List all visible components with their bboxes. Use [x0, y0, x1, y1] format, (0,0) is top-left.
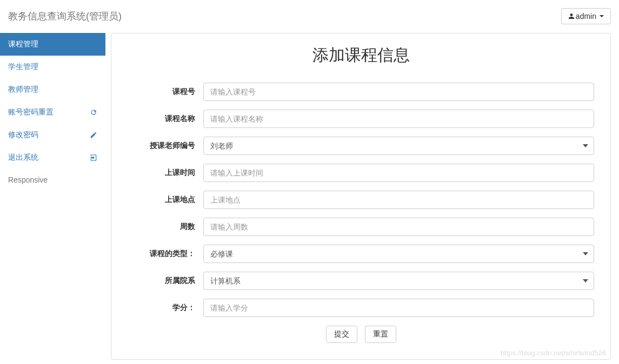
- sidebar-item-change-password[interactable]: 修改密码: [0, 124, 105, 146]
- user-icon: [568, 13, 575, 19]
- sidebar-item-student-manage[interactable]: 学生管理: [0, 56, 105, 78]
- sidebar-footer-text: Responsive: [0, 169, 105, 191]
- input-credit[interactable]: [203, 299, 594, 317]
- label-course-name: 课程名称: [128, 114, 203, 124]
- sidebar-item-label: 课程管理: [8, 39, 38, 49]
- sidebar-item-label: 学生管理: [8, 62, 38, 72]
- input-class-time[interactable]: [203, 164, 594, 182]
- input-location[interactable]: [203, 191, 594, 209]
- navbar: 教务信息查询系统(管理员) admin: [0, 0, 619, 33]
- input-course-name[interactable]: [203, 110, 594, 128]
- reset-button[interactable]: 重置: [365, 326, 396, 343]
- logout-icon: [90, 154, 97, 161]
- caret-down-icon: [600, 15, 604, 17]
- sidebar-item-label: 修改密码: [8, 130, 38, 140]
- select-course-type[interactable]: 必修课: [203, 245, 594, 263]
- input-course-id[interactable]: [203, 83, 594, 101]
- sidebar: 课程管理 学生管理 教师管理 账号密码重置 修改密码 退出系统 Responsi…: [0, 33, 105, 364]
- pencil-icon: [90, 131, 97, 139]
- sidebar-item-reset-password[interactable]: 账号密码重置: [0, 101, 105, 124]
- main-panel: 添加课程信息 课程号 课程名称 授课老师编号 刘老师 上课时间 上课地点 周数: [111, 33, 611, 360]
- label-course-id: 课程号: [128, 87, 203, 97]
- watermark: https://blog.csdn.net/whirlwind526: [501, 349, 606, 357]
- user-name: admin: [576, 12, 596, 21]
- sidebar-item-label: 退出系统: [8, 153, 38, 163]
- input-weeks[interactable]: [203, 218, 594, 236]
- sidebar-item-logout[interactable]: 退出系统: [0, 146, 105, 169]
- submit-button[interactable]: 提交: [326, 326, 357, 343]
- label-course-type: 课程的类型：: [128, 249, 203, 259]
- sidebar-item-course-manage[interactable]: 课程管理: [0, 33, 105, 56]
- label-class-time: 上课时间: [128, 168, 203, 178]
- sidebar-item-label: 教师管理: [8, 85, 38, 95]
- navbar-brand: 教务信息查询系统(管理员): [8, 10, 122, 23]
- user-dropdown[interactable]: admin: [561, 8, 611, 24]
- label-department: 所属院系: [128, 276, 203, 286]
- select-teacher-id[interactable]: 刘老师: [203, 137, 594, 155]
- page-title: 添加课程信息: [128, 44, 594, 66]
- label-location: 上课地点: [128, 195, 203, 205]
- label-teacher-id: 授课老师编号: [128, 141, 203, 151]
- refresh-icon: [90, 109, 97, 116]
- select-department[interactable]: 计算机系: [203, 272, 594, 290]
- sidebar-item-label: 账号密码重置: [8, 107, 54, 117]
- label-weeks: 周数: [128, 222, 203, 232]
- label-credit: 学分：: [128, 303, 203, 313]
- sidebar-item-teacher-manage[interactable]: 教师管理: [0, 78, 105, 101]
